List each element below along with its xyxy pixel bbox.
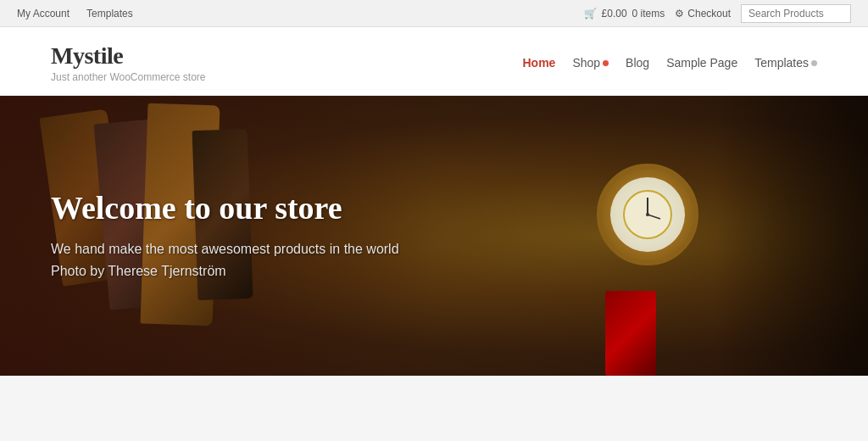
hero-content: Welcome to our store We hand make the mo… [0, 96, 868, 376]
search-input[interactable] [741, 4, 851, 23]
hero-subtitle: We hand make the most awesomest products… [51, 238, 817, 282]
site-title: Mystile [51, 42, 206, 70]
site-header: Mystile Just another WooCommerce store H… [0, 27, 868, 96]
nav-item-sample-page[interactable]: Sample Page [666, 56, 737, 70]
cart-icon: 🛒 [584, 8, 597, 20]
nav-item-templates[interactable]: Templates [754, 56, 817, 70]
admin-bar: My Account Templates 🛒 £0.00 0 items ⚙ C… [0, 0, 868, 27]
site-description: Just another WooCommerce store [51, 71, 206, 83]
shop-nav-dot [603, 60, 609, 66]
checkout-link[interactable]: ⚙ Checkout [675, 8, 731, 20]
hero-banner: Welcome to our store We hand make the mo… [0, 96, 868, 376]
site-branding: Mystile Just another WooCommerce store [51, 42, 206, 83]
nav-item-home[interactable]: Home [522, 56, 555, 70]
nav-item-blog[interactable]: Blog [626, 56, 649, 70]
cart-amount: £0.00 [602, 8, 627, 20]
hero-title: Welcome to our store [51, 189, 817, 226]
templates-nav-dot [811, 60, 817, 66]
main-nav: Home Shop Blog Sample Page Templates [522, 56, 817, 70]
nav-item-shop[interactable]: Shop [572, 56, 609, 70]
cart-area: 🛒 £0.00 0 items ⚙ Checkout [584, 4, 851, 23]
admin-templates-link[interactable]: Templates [86, 8, 133, 20]
cart-items-count: 0 items [632, 8, 665, 20]
admin-my-account-link[interactable]: My Account [17, 8, 70, 20]
cart-info: 🛒 £0.00 0 items [584, 8, 665, 20]
gear-icon: ⚙ [675, 8, 684, 20]
